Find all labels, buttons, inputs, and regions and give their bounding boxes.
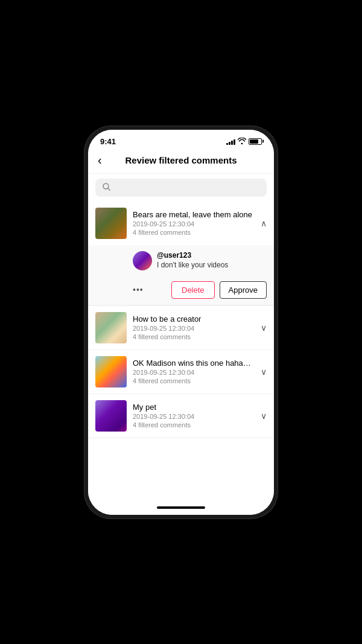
home-bar xyxy=(157,506,205,509)
video-comments-bears: 4 filtered comments xyxy=(133,229,255,236)
delete-button[interactable]: Delete xyxy=(171,281,215,299)
video-header-creator[interactable]: How to be a creator 2019-09-25 12:30:04 … xyxy=(88,306,274,349)
comment-text: I don't like your videos xyxy=(157,261,267,269)
video-thumbnail-bears xyxy=(95,208,127,239)
more-options-button[interactable]: ••• xyxy=(133,285,144,295)
status-time: 9:41 xyxy=(100,137,116,146)
video-item-bears: Bears are metal, leave them alone 2019-0… xyxy=(88,202,274,306)
signal-icon xyxy=(226,138,235,145)
video-thumbnail-madison xyxy=(95,356,127,387)
video-date-pet: 2019-09-25 12:30:04 xyxy=(133,413,255,420)
video-comments-creator: 4 filtered comments xyxy=(133,333,255,340)
comment-actions: ••• Delete Approve xyxy=(88,276,274,305)
search-icon xyxy=(103,183,110,193)
content-area: Bears are metal, leave them alone 2019-0… xyxy=(88,202,274,502)
video-title-creator: How to be a creator xyxy=(133,314,255,324)
chevron-down-icon-pet: ∨ xyxy=(261,411,267,421)
video-item-pet: My pet 2019-09-25 12:30:04 4 filtered co… xyxy=(88,394,274,438)
home-indicator xyxy=(88,502,274,515)
search-box[interactable] xyxy=(95,179,267,197)
video-thumbnail-pet xyxy=(95,400,127,432)
chevron-up-icon-bears: ∧ xyxy=(261,218,267,228)
back-button[interactable]: ‹ xyxy=(98,153,115,167)
video-item-madison: OK Madison wins this one hahaha... 2019-… xyxy=(88,350,274,394)
phone-frame: 9:41 xyxy=(84,126,278,518)
phone-screen: 9:41 xyxy=(88,130,274,515)
video-title-pet: My pet xyxy=(133,403,255,412)
chevron-down-icon-creator: ∨ xyxy=(261,323,267,333)
video-title-madison: OK Madison wins this one hahaha... xyxy=(133,359,255,368)
video-title-bears: Bears are metal, leave them alone xyxy=(133,210,255,219)
video-header-pet[interactable]: My pet 2019-09-25 12:30:04 4 filtered co… xyxy=(88,394,274,438)
page-title: Review filtered comments xyxy=(125,155,237,165)
status-icons xyxy=(226,138,262,145)
approve-button[interactable]: Approve xyxy=(220,281,267,299)
wifi-icon xyxy=(238,138,246,145)
video-thumbnail-creator xyxy=(95,312,127,343)
video-date-bears: 2019-09-25 12:30:04 xyxy=(133,220,255,228)
comment-body: @user123 I don't like your videos xyxy=(157,251,267,269)
search-container xyxy=(88,174,274,202)
comment-section-bears: @user123 I don't like your videos xyxy=(88,245,274,276)
battery-icon xyxy=(249,138,262,145)
video-info-madison: OK Madison wins this one hahaha... 2019-… xyxy=(133,359,255,384)
svg-line-1 xyxy=(108,188,110,191)
video-comments-madison: 4 filtered comments xyxy=(133,377,255,384)
status-bar: 9:41 xyxy=(88,130,274,148)
comment-username: @user123 xyxy=(157,251,267,260)
video-info-pet: My pet 2019-09-25 12:30:04 4 filtered co… xyxy=(133,403,255,429)
comment-row: @user123 I don't like your videos xyxy=(133,251,267,270)
avatar-user123 xyxy=(133,251,152,270)
video-date-creator: 2019-09-25 12:30:04 xyxy=(133,325,255,332)
video-date-madison: 2019-09-25 12:30:04 xyxy=(133,369,255,376)
video-header-bears[interactable]: Bears are metal, leave them alone 2019-0… xyxy=(88,202,274,245)
video-comments-pet: 4 filtered comments xyxy=(133,421,255,429)
video-item-creator: How to be a creator 2019-09-25 12:30:04 … xyxy=(88,306,274,350)
video-info-bears: Bears are metal, leave them alone 2019-0… xyxy=(133,210,255,236)
chevron-down-icon-madison: ∨ xyxy=(261,367,267,377)
header: ‹ Review filtered comments xyxy=(88,148,274,174)
video-info-creator: How to be a creator 2019-09-25 12:30:04 … xyxy=(133,314,255,340)
video-header-madison[interactable]: OK Madison wins this one hahaha... 2019-… xyxy=(88,350,274,394)
